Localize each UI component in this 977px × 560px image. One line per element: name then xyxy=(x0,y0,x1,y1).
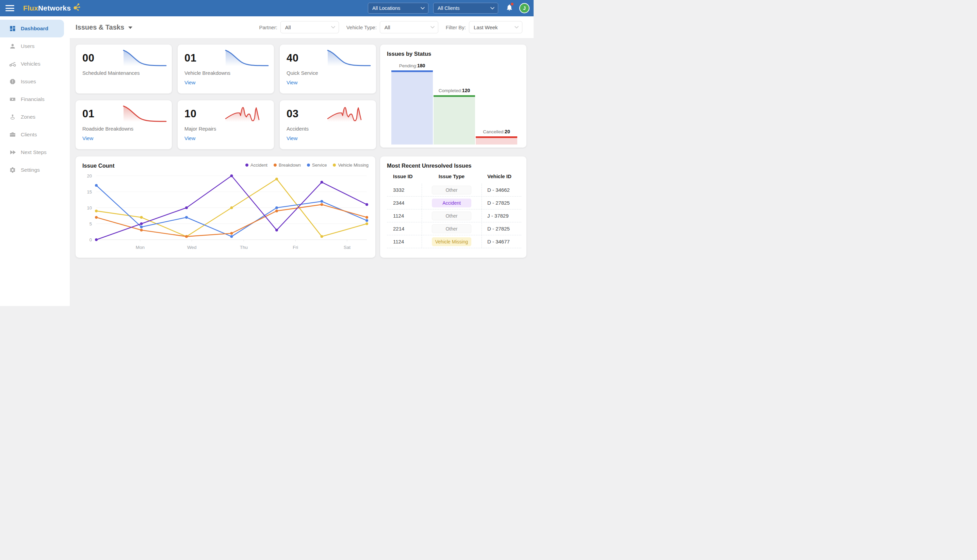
issue-type-badge: Accident xyxy=(432,198,471,207)
hamburger-menu-icon[interactable] xyxy=(5,5,14,11)
table-header-row: Issue ID Issue Type Vehicle ID xyxy=(387,173,521,182)
stat-label: Major Repairs xyxy=(184,126,216,132)
cell-issue-id: 3332 xyxy=(387,187,422,193)
clients-dropdown[interactable]: All Clients xyxy=(433,3,498,13)
cell-vehicle-id: D - 27825 xyxy=(482,200,521,206)
stat-value: 10 xyxy=(184,108,196,120)
chevron-down-icon xyxy=(331,26,335,28)
table-row[interactable]: 1124 Vehicle Missing D - 34677 xyxy=(387,235,521,248)
table-row[interactable]: 3332 Other D - 34662 xyxy=(387,183,521,197)
recent-issues-card: Most Recent Unresolved Issues Issue ID I… xyxy=(380,157,527,258)
bar-value-label: Pending180 xyxy=(385,63,439,68)
stat-card-quick-service: 40 Quick Service View xyxy=(280,45,376,93)
table-title: Most Recent Unresolved Issues xyxy=(387,163,472,169)
sparkline-chart xyxy=(122,105,167,123)
table-row[interactable]: 1124 Other J - 37829 xyxy=(387,210,521,222)
view-link[interactable]: View xyxy=(82,135,93,141)
filter-bar: Partner: All Vehicle Type: All Filter By… xyxy=(259,21,534,33)
stat-label: Accidents xyxy=(286,126,309,132)
sparkline-chart xyxy=(327,105,371,123)
chevron-down-icon xyxy=(515,26,519,28)
column-header-issue-id: Issue ID xyxy=(387,173,422,182)
stat-card-vehicle-breakdowns: 01 Vehicle Breakdowns View xyxy=(177,45,274,93)
users-icon xyxy=(9,43,16,50)
svg-text:Sat: Sat xyxy=(344,245,351,250)
issue-type-badge: Other xyxy=(432,212,471,220)
user-avatar[interactable]: J xyxy=(519,3,530,13)
stat-label: Quick Service xyxy=(286,70,318,76)
sidebar-item-users[interactable]: Users xyxy=(0,37,70,55)
svg-text:0: 0 xyxy=(89,237,92,242)
cell-issue-id: 1124 xyxy=(387,239,422,245)
locations-dropdown[interactable]: All Locations xyxy=(368,3,428,13)
vehicle-type-filter-select[interactable]: All xyxy=(380,21,438,33)
chevron-down-icon xyxy=(490,7,494,10)
sidebar-item-next-steps[interactable]: Next Steps xyxy=(0,143,70,161)
sparkline-chart xyxy=(327,49,371,67)
issues-by-status-card: Issues by Status Pending180 Completed120… xyxy=(380,45,527,148)
cell-vehicle-id: D - 34662 xyxy=(482,187,521,193)
issue-type-badge: Other xyxy=(432,224,471,233)
sidebar-item-clients[interactable]: Clients xyxy=(0,126,70,143)
page-title-dropdown[interactable]: Issues & Tasks xyxy=(75,23,132,31)
sidebar-item-label: Dashboard xyxy=(21,25,49,32)
svg-text:Fri: Fri xyxy=(293,245,298,250)
page-title: Issues & Tasks xyxy=(75,23,124,31)
stat-card-major-repairs: 10 Major Repairs View xyxy=(177,100,274,149)
cell-issue-id: 1124 xyxy=(387,213,422,218)
issue-type-badge: Vehicle Missing xyxy=(432,237,471,246)
top-bar: FluxNetworks All Locations All Clients J xyxy=(0,0,534,16)
column-header-vehicle-id: Vehicle ID xyxy=(482,173,521,182)
topbar-controls: All Locations All Clients J xyxy=(368,3,534,13)
view-link[interactable]: View xyxy=(184,80,195,85)
brand-logo-second: Networks xyxy=(38,4,71,12)
molecule-icon xyxy=(72,3,81,12)
issue-count-card: Issue Count Accident Breakdown Service V… xyxy=(75,157,375,258)
svg-text:Thu: Thu xyxy=(240,245,248,250)
sidebar-item-label: Next Steps xyxy=(21,149,47,155)
stat-value: 03 xyxy=(286,108,298,120)
stat-label: Scheduled Maintenances xyxy=(82,70,139,76)
sidebar-item-label: Issues xyxy=(21,78,36,85)
partner-filter-select[interactable]: All xyxy=(280,21,339,33)
stat-label: Roadside Breakdowns xyxy=(82,126,134,132)
view-link[interactable]: View xyxy=(286,80,298,85)
sidebar-item-label: Vehicles xyxy=(21,61,40,67)
sidebar-item-issues[interactable]: Issues xyxy=(0,73,70,90)
sidebar-item-label: Zones xyxy=(21,114,35,120)
chevron-down-icon xyxy=(430,26,435,28)
filter-by-value: Last Week xyxy=(474,25,515,30)
bar-value-label: Cancelled20 xyxy=(469,129,524,134)
sidebar-item-settings[interactable]: Settings xyxy=(0,161,70,179)
cell-issue-id: 2214 xyxy=(387,226,422,232)
filter-by-filter: Filter By: Last Week xyxy=(446,21,522,33)
svg-text:Wed: Wed xyxy=(187,245,197,250)
svg-text:10: 10 xyxy=(87,205,92,210)
sidebar-item-label: Settings xyxy=(21,167,40,173)
table-row[interactable]: 2344 Accident D - 27825 xyxy=(387,197,521,210)
sidebar-item-label: Financials xyxy=(21,96,45,102)
sidebar-item-financials[interactable]: Financials xyxy=(0,90,70,108)
page-header: Issues & Tasks Partner: All Vehicle Type… xyxy=(70,16,534,38)
bar-pending xyxy=(391,70,433,145)
bar-cancelled xyxy=(476,136,517,145)
view-link[interactable]: View xyxy=(184,135,195,141)
filter-by-select[interactable]: Last Week xyxy=(469,21,522,33)
sparkline-chart xyxy=(224,49,269,67)
sidebar-item-vehicles[interactable]: Vehicles xyxy=(0,55,70,73)
gear-icon xyxy=(9,166,16,174)
zones-icon xyxy=(9,113,16,121)
sidebar-item-zones[interactable]: Zones xyxy=(0,108,70,126)
filter-by-label: Filter By: xyxy=(446,25,466,30)
view-link[interactable]: View xyxy=(286,135,298,141)
stat-card-accidents: 03 Accidents View xyxy=(280,100,376,149)
notification-badge xyxy=(511,3,514,5)
cell-issue-id: 2344 xyxy=(387,200,422,206)
caret-down-icon xyxy=(128,27,132,29)
sidebar-item-dashboard[interactable]: Dashboard xyxy=(0,20,64,37)
notifications-button[interactable] xyxy=(506,3,513,13)
column-header-issue-type: Issue Type xyxy=(422,173,482,182)
table-row[interactable]: 2214 Other D - 27825 xyxy=(387,222,521,235)
partner-filter-label: Partner: xyxy=(259,25,277,30)
cell-vehicle-id: D - 34677 xyxy=(482,239,521,245)
